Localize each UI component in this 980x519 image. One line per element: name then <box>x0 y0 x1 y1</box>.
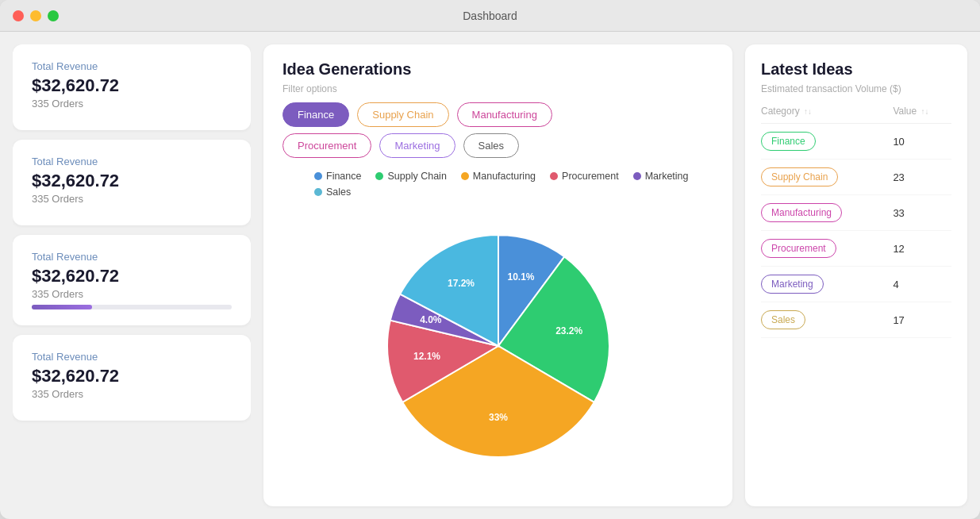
stat-label-0: Total Revenue <box>32 60 232 72</box>
legend-label-4: Marketing <box>645 171 689 182</box>
filter-row-2: ProcurementMarketingSales <box>282 133 713 158</box>
stat-orders-0: 335 Orders <box>32 98 232 110</box>
table-body: Finance 10 Supply Chain 23 Manufacturing… <box>761 124 951 338</box>
stat-value-0: $32,620.72 <box>32 75 232 96</box>
pie-chart: 10.1%23.2%33%12.1%4.0%17.2% <box>371 219 625 473</box>
legend-dot-0 <box>314 172 322 180</box>
stat-card-0: Total Revenue $32,620.72 335 Orders <box>13 44 251 130</box>
col-category: Category ↑↓ <box>761 106 893 124</box>
stat-card-2: Total Revenue $32,620.72 335 Orders <box>13 235 251 325</box>
stat-label-3: Total Revenue <box>32 351 232 363</box>
filter-btn-sales[interactable]: Sales <box>463 133 520 158</box>
main-panel: Idea Generations Filter options FinanceS… <box>263 44 732 506</box>
badge-5: Sales <box>761 310 805 329</box>
stat-card-1: Total Revenue $32,620.72 335 Orders <box>13 140 251 225</box>
stat-orders-1: 335 Orders <box>32 193 232 205</box>
legend-dot-3 <box>550 172 558 180</box>
legend-item-manufacturing: Manufacturing <box>461 171 536 182</box>
legend-dot-4 <box>633 172 641 180</box>
filter-btn-finance[interactable]: Finance <box>282 102 349 127</box>
sidebar: Total Revenue $32,620.72 335 Orders Tota… <box>13 44 251 506</box>
cell-value-5: 17 <box>893 302 951 338</box>
close-button[interactable] <box>13 10 24 21</box>
legend-label-5: Sales <box>326 186 351 198</box>
progress-bar-2 <box>32 305 232 309</box>
cell-value-2: 33 <box>893 195 951 231</box>
pie-label-3: 12.1% <box>413 350 440 361</box>
cell-category-3: Procurement <box>761 231 893 267</box>
cell-value-0: 10 <box>893 124 951 160</box>
pie-label-5: 17.2% <box>448 278 475 289</box>
cell-category-1: Supply Chain <box>761 160 893 195</box>
legend-item-finance: Finance <box>314 171 361 182</box>
stat-label-2: Total Revenue <box>32 251 232 263</box>
legend-label-1: Supply Chain <box>387 171 446 182</box>
filter-btn-procurement[interactable]: Procurement <box>282 133 371 158</box>
stat-label-1: Total Revenue <box>32 156 232 167</box>
stat-orders-3: 335 Orders <box>32 388 232 400</box>
chart-area: 10.1%23.2%33%12.1%4.0%17.2% <box>282 201 713 490</box>
table-row-3: Procurement 12 <box>761 231 951 267</box>
pie-svg: 10.1%23.2%33%12.1%4.0%17.2% <box>371 219 625 473</box>
cell-category-5: Sales <box>761 302 893 338</box>
filter-label: Filter options <box>282 83 713 94</box>
stat-value-3: $32,620.72 <box>32 366 232 386</box>
cell-category-4: Marketing <box>761 267 893 302</box>
pie-label-4: 4.0% <box>420 314 442 325</box>
pie-label-0: 10.1% <box>507 271 534 282</box>
stat-value-1: $32,620.72 <box>32 171 232 191</box>
cell-value-3: 12 <box>893 231 951 267</box>
stat-card-3: Total Revenue $32,620.72 335 Orders <box>13 335 251 421</box>
legend-item-marketing: Marketing <box>633 171 689 182</box>
cell-value-1: 23 <box>893 160 951 195</box>
filter-btn-manufacturing[interactable]: Manufacturing <box>457 102 552 127</box>
legend-label-0: Finance <box>326 171 361 182</box>
pie-label-1: 23.2% <box>555 325 582 336</box>
right-panel-title: Latest Ideas <box>761 60 951 79</box>
table-row-5: Sales 17 <box>761 302 951 338</box>
badge-0: Finance <box>761 132 816 151</box>
maximize-button[interactable] <box>48 10 59 21</box>
cell-category-0: Finance <box>761 124 893 160</box>
table-row-1: Supply Chain 23 <box>761 160 951 195</box>
legend-item-procurement: Procurement <box>550 171 619 182</box>
legend-item-sales: Sales <box>314 186 351 198</box>
badge-4: Marketing <box>761 275 824 294</box>
filter-btn-marketing[interactable]: Marketing <box>379 133 455 158</box>
cell-value-4: 4 <box>893 267 951 302</box>
legend-dot-1 <box>375 172 383 180</box>
minimize-button[interactable] <box>30 10 41 21</box>
stat-value-2: $32,620.72 <box>32 266 232 286</box>
traffic-lights <box>13 10 59 21</box>
app-window: Dashboard Total Revenue $32,620.72 335 O… <box>0 0 980 519</box>
badge-3: Procurement <box>761 239 836 258</box>
cell-category-2: Manufacturing <box>761 195 893 231</box>
right-panel: Latest Ideas Estimated transaction Volum… <box>745 44 967 506</box>
table-row-0: Finance 10 <box>761 124 951 160</box>
legend-label-3: Procurement <box>562 171 619 182</box>
right-panel-subtitle: Estimated transaction Volume ($) <box>761 83 951 94</box>
stat-orders-2: 335 Orders <box>32 288 232 300</box>
content-area: Total Revenue $32,620.72 335 Orders Tota… <box>0 32 980 519</box>
filter-btn-supply-chain[interactable]: Supply Chain <box>357 102 448 127</box>
ideas-table: Category ↑↓ Value ↑↓ Finance 10 Supply C… <box>761 106 951 338</box>
progress-fill-2 <box>32 305 92 309</box>
legend-dot-2 <box>461 172 469 180</box>
col-value: Value ↑↓ <box>893 106 951 124</box>
badge-1: Supply Chain <box>761 167 838 186</box>
pie-label-2: 33% <box>488 412 507 423</box>
badge-2: Manufacturing <box>761 203 842 222</box>
table-row-4: Marketing 4 <box>761 267 951 302</box>
table-row-2: Manufacturing 33 <box>761 195 951 231</box>
titlebar: Dashboard <box>0 0 980 32</box>
legend-item-supply-chain: Supply Chain <box>375 171 446 182</box>
filter-row: FinanceSupply ChainManufacturing <box>282 102 713 127</box>
chart-legend: FinanceSupply ChainManufacturingProcurem… <box>314 171 713 198</box>
main-panel-title: Idea Generations <box>282 60 713 79</box>
legend-dot-5 <box>314 188 322 196</box>
legend-label-2: Manufacturing <box>473 171 536 182</box>
window-title: Dashboard <box>463 10 517 22</box>
table-header: Category ↑↓ Value ↑↓ <box>761 106 951 124</box>
